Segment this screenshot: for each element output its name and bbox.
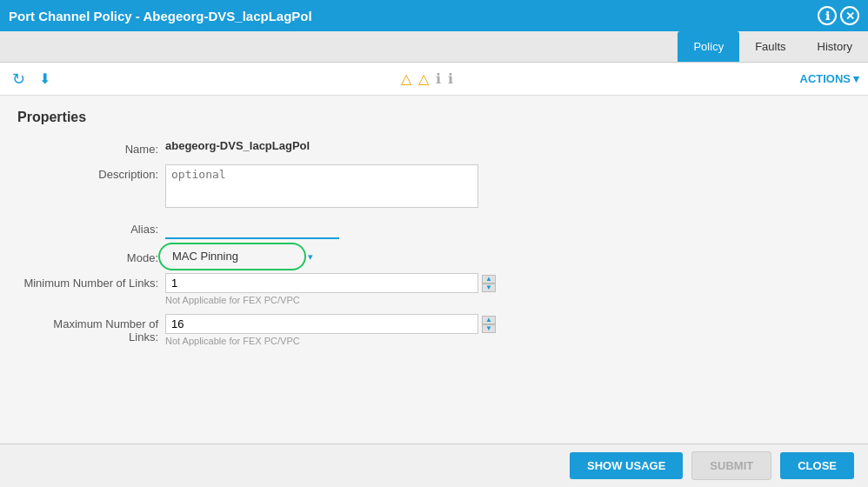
warning-icon-2: △: [418, 70, 429, 87]
max-links-label-line1: Maximum Number of: [53, 317, 158, 330]
window-close-icon[interactable]: ✕: [840, 6, 859, 25]
max-links-note: Not Applicable for FEX PC/VPC: [165, 336, 851, 346]
refresh-icon[interactable]: ↻: [9, 70, 28, 89]
max-links-label: Maximum Number of Links:: [17, 314, 165, 344]
actions-button[interactable]: ACTIONS ▾: [800, 72, 860, 85]
mode-select[interactable]: MAC Pinning LACP Active LACP Passive Sta…: [165, 248, 317, 264]
tab-faults[interactable]: Faults: [739, 31, 801, 62]
close-button[interactable]: CLOSE: [780, 452, 854, 479]
main-content: Properties Name: abegeorg-DVS_lacpLagPol…: [0, 96, 868, 444]
alias-label: Alias:: [17, 219, 165, 236]
max-links-input[interactable]: [165, 314, 478, 334]
warning-icon-1: △: [401, 70, 411, 87]
toolbar-left: ↻ ⬇: [9, 70, 54, 89]
alias-value: [165, 219, 851, 239]
title-bar-icons: ℹ ✕: [818, 6, 859, 25]
max-links-value: ▲ ▼ Not Applicable for FEX PC/VPC: [165, 314, 851, 346]
tab-policy[interactable]: Policy: [678, 31, 739, 62]
alias-input[interactable]: [165, 219, 339, 239]
name-value: abegeorg-DVS_lacpLagPol: [165, 139, 851, 152]
mode-row: Mode: MAC Pinning LACP Active LACP Passi…: [17, 248, 851, 264]
actions-arrow-icon: ▾: [853, 72, 859, 85]
min-links-label: Minimum Number of Links:: [17, 273, 165, 290]
footer: SHOW USAGE SUBMIT CLOSE: [0, 444, 868, 487]
min-links-spinner: ▲ ▼: [165, 273, 851, 293]
description-input[interactable]: [165, 164, 478, 208]
min-links-down-button[interactable]: ▼: [482, 284, 496, 292]
window-title: Port Channel Policy - Abegeorg-DVS_lacpL…: [9, 9, 312, 23]
max-links-up-button[interactable]: ▲: [482, 316, 496, 324]
actions-label: ACTIONS: [800, 72, 851, 85]
properties-title: Properties: [17, 110, 851, 125]
min-links-spinner-buttons: ▲ ▼: [482, 275, 496, 292]
toolbar: ↻ ⬇ △ △ ℹ ℹ ACTIONS ▾: [0, 63, 868, 96]
description-label: Description:: [17, 164, 165, 181]
max-links-spinner-buttons: ▲ ▼: [482, 316, 496, 333]
description-row: Description:: [17, 164, 851, 210]
mode-label: Mode:: [17, 248, 165, 264]
download-icon[interactable]: ⬇: [35, 70, 54, 89]
min-links-input[interactable]: [165, 273, 478, 293]
name-display: abegeorg-DVS_lacpLagPol: [165, 139, 310, 152]
min-links-note: Not Applicable for FEX PC/VPC: [165, 295, 851, 305]
tab-bar: Policy Faults History: [0, 31, 868, 63]
mode-wrapper: MAC Pinning LACP Active LACP Passive Sta…: [165, 248, 317, 264]
description-value: [165, 164, 851, 210]
mode-value: MAC Pinning LACP Active LACP Passive Sta…: [165, 248, 851, 264]
name-row: Name: abegeorg-DVS_lacpLagPol: [17, 139, 851, 156]
submit-button[interactable]: SUBMIT: [691, 451, 771, 480]
title-bar: Port Channel Policy - Abegeorg-DVS_lacpL…: [0, 0, 868, 31]
alias-row: Alias:: [17, 219, 851, 239]
info-icon-sm-1: ℹ: [436, 70, 441, 87]
show-usage-button[interactable]: SHOW USAGE: [570, 452, 683, 479]
min-links-up-button[interactable]: ▲: [482, 275, 496, 284]
max-links-label-line2: Links:: [129, 330, 158, 344]
info-icon[interactable]: ℹ: [818, 6, 837, 25]
max-links-row: Maximum Number of Links: ▲ ▼ Not Applica…: [17, 314, 851, 346]
name-label: Name:: [17, 139, 165, 156]
min-links-row: Minimum Number of Links: ▲ ▼ Not Applica…: [17, 273, 851, 305]
max-links-spinner: ▲ ▼: [165, 314, 851, 334]
info-icon-sm-2: ℹ: [448, 70, 453, 87]
min-links-value: ▲ ▼ Not Applicable for FEX PC/VPC: [165, 273, 851, 305]
toolbar-center: △ △ ℹ ℹ: [401, 70, 453, 87]
tab-history[interactable]: History: [802, 31, 868, 62]
max-links-down-button[interactable]: ▼: [482, 324, 496, 333]
